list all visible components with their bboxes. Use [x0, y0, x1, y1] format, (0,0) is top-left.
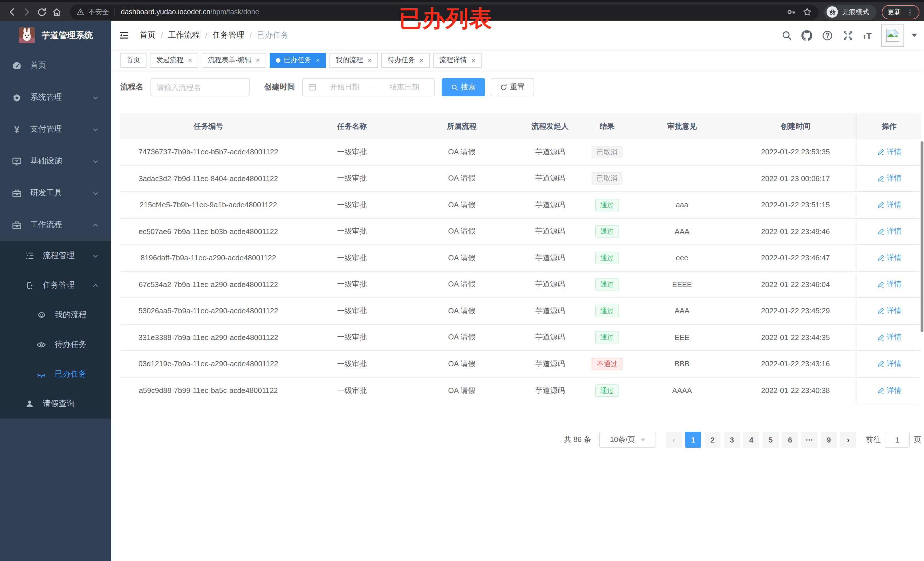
font-size-icon[interactable]: TT [863, 31, 872, 40]
sidebar-item-workflow[interactable]: 工作流程 [0, 209, 111, 241]
back-icon[interactable] [4, 4, 20, 19]
task-id-cell: a59c9d88-7b99-11ec-ba5c-acde48001122 [120, 386, 296, 395]
actions-cell: 详情 [857, 245, 921, 271]
detail-link[interactable]: 详情 [877, 279, 902, 290]
breadcrumb-home[interactable]: 首页 [140, 30, 156, 40]
task-name-cell: 一级审批 [296, 332, 408, 343]
breadcrumb-workflow[interactable]: 工作流程 [168, 30, 200, 40]
close-tab-icon[interactable]: × [316, 56, 320, 64]
task-name-cell: 一级审批 [296, 279, 408, 290]
page-button-1[interactable]: 1 [685, 432, 701, 448]
page-button-9[interactable]: 9 [821, 432, 837, 448]
close-tab-icon[interactable]: × [188, 56, 192, 64]
prev-page-button[interactable]: ‹ [666, 432, 682, 448]
date-range-input[interactable]: 开始日期 - 结束日期 [302, 78, 435, 96]
task-name-cell: 一级审批 [296, 386, 408, 396]
page-button-4[interactable]: 4 [743, 432, 759, 448]
reset-button[interactable]: 重置 [490, 78, 534, 96]
sidebar-item-process-mgmt[interactable]: 流程管理 [0, 241, 111, 271]
avatar[interactable] [881, 24, 904, 47]
reload-icon[interactable] [34, 4, 49, 19]
sidebar-item-payment[interactable]: ¥ 支付管理 [0, 113, 111, 145]
page-button-6[interactable]: 6 [782, 432, 798, 448]
sidebar-item-system[interactable]: 系统管理 [0, 81, 111, 113]
bookmark-star-icon[interactable] [802, 7, 812, 16]
sidebar-item-label: 系统管理 [30, 92, 62, 103]
sidebar-fold-icon[interactable] [119, 30, 129, 40]
detail-link[interactable]: 详情 [877, 147, 902, 157]
sidebar-item-task-mgmt[interactable]: 任务管理 [0, 271, 111, 300]
avatar-caret-icon[interactable] [912, 34, 917, 37]
tab-发起流程[interactable]: 发起流程× [150, 53, 198, 67]
detail-link[interactable]: 详情 [877, 200, 902, 210]
close-tab-icon[interactable]: × [256, 56, 260, 64]
result-cell: 通过 [584, 384, 630, 397]
search-button[interactable]: 搜索 [441, 78, 485, 96]
tab-已办任务[interactable]: 已办任务× [270, 53, 326, 67]
edit-pen-icon [877, 201, 884, 209]
next-page-button[interactable]: › [840, 432, 856, 448]
create-time-cell: 2022-01-22 23:43:16 [734, 360, 857, 368]
toolbox-icon [12, 188, 22, 198]
home-icon[interactable] [49, 4, 64, 19]
create-time-cell: 2022-01-23 00:06:17 [734, 174, 857, 183]
sidebar-item-my-process[interactable]: 我的流程 [0, 300, 111, 330]
tab-流程表单-编辑[interactable]: 流程表单-编辑× [202, 53, 266, 67]
help-icon[interactable] [822, 30, 832, 41]
page-button-5[interactable]: 5 [763, 432, 778, 448]
create-time-cell: 2022-01-22 23:46:04 [734, 280, 857, 289]
page-size-select[interactable]: 10条/页 [599, 432, 656, 448]
page-button-3[interactable]: 3 [724, 432, 740, 448]
sidebar-item-infrastructure[interactable]: 基础设施 [0, 145, 111, 177]
app-logo[interactable]: 芋道管理系统 [0, 21, 111, 49]
tab-流程详情[interactable]: 流程详情× [433, 53, 482, 67]
breadcrumb-current: 已办任务 [257, 30, 289, 40]
fullscreen-icon[interactable] [842, 30, 853, 41]
result-cell: 已取消 [584, 172, 630, 185]
actions-cell: 详情 [857, 218, 921, 244]
close-tab-icon[interactable]: × [368, 56, 372, 64]
tab-我的流程[interactable]: 我的流程× [330, 53, 378, 67]
page-button-2[interactable]: 2 [705, 432, 720, 448]
dashboard-icon [12, 61, 22, 70]
eye-icon [36, 340, 46, 349]
scrollbar-thumb[interactable] [921, 141, 923, 332]
browser-menu-icon[interactable]: ⋮ [906, 8, 914, 16]
more-pages-icon[interactable]: ··· [801, 432, 818, 448]
detail-link[interactable]: 详情 [877, 226, 902, 236]
forward-icon[interactable] [20, 4, 34, 19]
update-label: 更新 [888, 7, 901, 17]
sidebar-item-todo-tasks[interactable]: 待办任务 [0, 330, 111, 359]
detail-link[interactable]: 详情 [877, 253, 902, 263]
edit-pen-icon [877, 148, 884, 156]
detail-link[interactable]: 详情 [877, 306, 902, 316]
tab-待办任务[interactable]: 待办任务× [381, 53, 430, 67]
close-tab-icon[interactable]: × [420, 56, 423, 64]
start-date-placeholder: 开始日期 [321, 82, 369, 92]
sidebar-item-label: 请假查询 [43, 399, 75, 409]
goto-page-input[interactable] [885, 432, 910, 448]
sidebar-item-home[interactable]: 首页 [0, 49, 111, 81]
detail-link[interactable]: 详情 [877, 174, 902, 184]
detail-link[interactable]: 详情 [877, 386, 902, 396]
sidebar-item-leave-query[interactable]: 请假查询 [0, 389, 111, 419]
close-tab-icon[interactable]: × [471, 56, 476, 64]
col-result: 结果 [584, 121, 630, 131]
opinion-cell: AAA [630, 227, 734, 236]
breadcrumb-task-mgmt[interactable]: 任务管理 [213, 30, 244, 40]
edit-pen-icon [877, 307, 884, 315]
detail-link[interactable]: 详情 [877, 332, 902, 343]
search-icon[interactable] [781, 30, 792, 40]
sidebar-item-done-tasks[interactable]: 已办任务 [0, 359, 111, 389]
detail-link[interactable]: 详情 [877, 359, 902, 369]
starter-cell: 芋道源码 [516, 332, 584, 343]
update-button[interactable]: 更新 ⋮ [882, 5, 920, 19]
sidebar-item-devtools[interactable]: 研发工具 [0, 177, 111, 209]
task-name-cell: 一级审批 [296, 200, 408, 210]
result-badge: 通过 [595, 225, 619, 238]
result-badge: 不通过 [592, 358, 622, 370]
tab-首页[interactable]: 首页 [120, 53, 147, 67]
github-icon[interactable] [801, 30, 812, 41]
password-key-icon[interactable] [787, 7, 796, 16]
process-name-input[interactable] [150, 78, 249, 96]
